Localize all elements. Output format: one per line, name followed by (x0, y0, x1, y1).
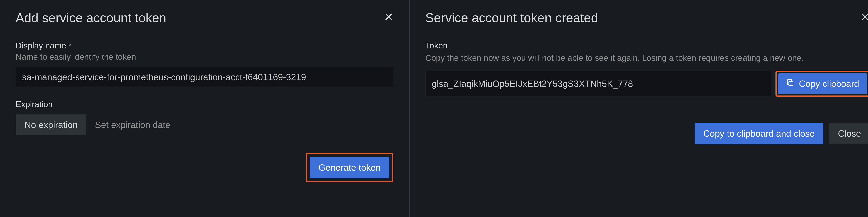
expiration-label: Expiration (16, 99, 393, 109)
token-row: Copy clipboard (425, 71, 868, 97)
generate-token-button[interactable]: Generate token (310, 157, 390, 178)
token-label: Token (425, 41, 868, 50)
dialog-title: Add service account token (16, 10, 393, 25)
dialog-title: Service account token created (425, 10, 868, 25)
close-icon[interactable] (860, 12, 868, 23)
dialog-footer: Copy to clipboard and close Close (425, 123, 868, 144)
token-created-dialog: Service account token created Token Copy… (410, 0, 868, 217)
close-icon[interactable] (384, 12, 393, 23)
svg-rect-4 (789, 81, 793, 86)
display-name-label: Display name * (16, 41, 393, 50)
generate-highlight: Generate token (306, 153, 393, 182)
display-name-help: Name to easily identify the token (16, 52, 393, 62)
set-expiration-option[interactable]: Set expiration date (86, 115, 179, 135)
copy-and-close-button[interactable]: Copy to clipboard and close (694, 123, 824, 144)
copy-highlight: Copy clipboard (775, 71, 868, 97)
close-button[interactable]: Close (829, 123, 868, 144)
display-name-field: Display name * Name to easily identify t… (16, 41, 393, 87)
token-value-input[interactable] (425, 71, 771, 97)
copy-clipboard-label: Copy clipboard (799, 79, 859, 89)
no-expiration-option[interactable]: No expiration (16, 115, 86, 135)
display-name-input[interactable] (16, 67, 393, 87)
expiration-toggle: No expiration Set expiration date (16, 114, 179, 135)
expiration-field: Expiration No expiration Set expiration … (16, 99, 393, 135)
token-help: Copy the token now as you will not be ab… (425, 52, 868, 64)
clipboard-icon (786, 79, 795, 89)
dialog-footer: Generate token (16, 153, 393, 182)
add-token-dialog: Add service account token Display name *… (0, 0, 410, 217)
copy-clipboard-button[interactable]: Copy clipboard (778, 73, 867, 94)
token-field: Token Copy the token now as you will not… (425, 41, 868, 97)
